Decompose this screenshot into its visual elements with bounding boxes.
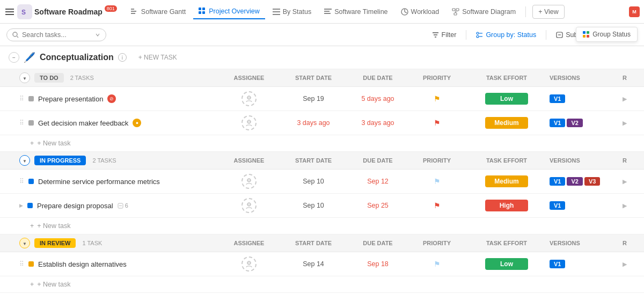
version-tag-v1[interactable]: V1 [550,177,565,186]
version-tag[interactable]: V1 [550,94,565,103]
priority-flag[interactable]: ⚑ [434,94,441,103]
priority-cell: ⚑ [410,260,464,268]
toolbar: Filter Group by: Status Subtasks Me [0,24,644,46]
inprogress-task-count: 2 TASKS [92,157,116,164]
effort-badge[interactable]: Low [485,93,528,105]
group-status-label: Group Status [592,31,631,38]
effort-cell: High [464,200,550,211]
priority-cell: ⚑ [410,201,464,210]
version-tag-v2[interactable]: V2 [567,119,582,127]
tab-workload[interactable]: Workload [396,5,445,19]
assignee-cell[interactable] [217,198,281,213]
task-name[interactable]: Get decision maker feedback [38,119,128,127]
assignee-cell[interactable] [217,256,281,272]
task-name[interactable]: Prepare presentation [38,95,103,103]
user-avatar[interactable]: M [629,6,640,17]
toolbar-separator-2 [546,30,546,40]
version-tag-v1[interactable]: V1 [550,201,565,210]
version-tag-v3[interactable]: V3 [584,177,600,186]
add-view-button[interactable]: + View [532,5,565,19]
group-inreview: IN REVIEW 1 TASK ASSIGNEE START DATE DUE… [0,234,644,293]
group-label-inprogress: IN PROGRESS 2 TASKS [19,155,217,166]
due-date-cell: Sep 12 [346,178,410,185]
priority-flag[interactable]: ⚑ [434,119,441,127]
priority-flag[interactable]: ⚑ [434,201,441,210]
todo-task-count: 2 TASKS [70,75,94,81]
new-task-row-inprogress[interactable]: + + New task [0,218,644,234]
expand-cell[interactable]: ▶ [614,178,635,185]
priority-flag[interactable]: ⚑ [434,260,441,268]
tab-by-status[interactable]: By Status [267,5,317,19]
version-tag-v2[interactable]: V2 [567,177,582,186]
task-name[interactable]: Prepare design proposal [37,202,113,210]
drag-handle[interactable]: ⠿ [19,119,24,127]
search-box[interactable] [6,28,106,41]
col-extra-header-2: R [614,157,635,164]
effort-badge[interactable]: Low [485,258,528,270]
effort-badge[interactable]: Medium [485,117,528,129]
task-color-dot [28,120,34,126]
group-by-button[interactable]: Group by: Status [471,28,541,41]
expand-arrow[interactable]: ▶ [19,203,23,208]
inreview-collapse-button[interactable] [19,238,30,248]
filter-button[interactable]: Filter [427,28,462,41]
svg-rect-2 [5,14,14,15]
group-header-inreview: IN REVIEW 1 TASK ASSIGNEE START DATE DUE… [0,234,644,252]
group-header-inprogress: IN PROGRESS 2 TASKS ASSIGNEE START DATE … [0,152,644,170]
inprogress-collapse-button[interactable] [19,155,30,166]
task-clock-badge: ● [133,119,141,127]
section-new-task-button[interactable]: + NEW TASK [135,53,180,62]
new-task-row-todo[interactable]: + + New task [0,135,644,152]
version-tag-v1[interactable]: V1 [550,119,565,127]
section-collapse-button[interactable]: − [9,52,19,63]
versions-cell: V1 [550,260,614,268]
tab-software-diagram[interactable]: Software Diagram [447,5,521,19]
versions-cell: V1 [550,201,614,210]
assignee-cell[interactable] [217,115,281,130]
svg-rect-10 [199,11,201,14]
start-date-cell: 3 days ago [281,119,346,127]
task-name[interactable]: Determine service performance metrics [38,178,160,186]
search-input[interactable] [22,31,92,39]
toolbar-separator [466,30,466,40]
assignee-cell[interactable] [217,91,281,106]
todo-collapse-button[interactable] [19,72,30,83]
svg-rect-17 [324,13,331,14]
search-icon [12,32,19,38]
hamburger-icon[interactable] [4,6,15,17]
priority-flag[interactable]: ⚑ [434,177,441,186]
col-task-effort-header-3: TASK EFFORT [464,240,550,246]
section-info-icon[interactable]: i [118,53,127,62]
col-assignee-header-2: ASSIGNEE [217,157,281,164]
svg-line-23 [456,11,458,13]
new-task-row-inreview[interactable]: + + New task [0,276,644,293]
drag-handle[interactable]: ⠿ [19,95,24,102]
expand-cell[interactable]: ▶ [614,261,635,268]
table-row: ⠿ Get decision maker feedback ● 3 days a… [0,111,644,135]
drag-handle[interactable]: ⠿ [19,260,24,268]
tab-software-timeline[interactable]: Software Timeline [319,5,393,19]
group-status-icon [583,31,589,38]
effort-badge[interactable]: High [485,200,528,211]
search-dropdown-icon[interactable] [95,32,100,38]
effort-badge[interactable]: Medium [485,175,528,187]
expand-cell[interactable]: ▶ [614,96,635,102]
drag-handle[interactable]: ⠿ [19,178,24,185]
due-date-cell: Sep 18 [346,260,410,268]
table-row: ▶ Prepare design proposal 6 Sep 10 Sep 2… [0,194,644,218]
svg-point-27 [477,35,479,38]
diagram-icon [452,8,459,16]
task-name[interactable]: Establish design alternatives [38,260,127,268]
version-tag-v1[interactable]: V1 [550,260,565,268]
col-priority-header-3: PRIORITY [410,240,464,246]
expand-cell[interactable]: ▶ [614,120,635,127]
expand-cell[interactable]: ▶ [614,202,635,209]
inreview-task-count: 1 TASK [82,240,102,246]
group-todo: TO DO 2 TASKS ASSIGNEE START DATE DUE DA… [0,69,644,152]
new-task-icon: + [30,222,34,230]
svg-rect-8 [199,8,201,10]
versions-cell: V1 [550,94,614,103]
assignee-cell[interactable] [217,174,281,189]
tab-project-overview[interactable]: Project Overview [193,4,265,19]
tab-gantt[interactable]: Software Gantt [126,5,191,19]
